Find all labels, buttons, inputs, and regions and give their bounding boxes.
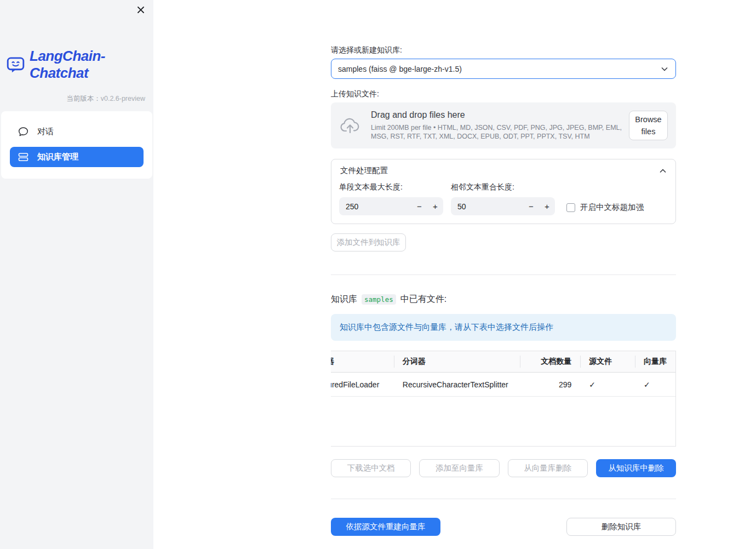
col-header-loader[interactable]: 文档加载器 [331, 351, 394, 372]
overlap-size-value[interactable]: 50 [451, 202, 523, 211]
col-header-docs-count[interactable]: 文档数量 [520, 351, 580, 372]
main-panel: 请选择或新建知识库: samples (faiss @ bge-large-zh… [153, 0, 756, 549]
kb-select[interactable]: samples (faiss @ bge-large-zh-v1.5) [331, 59, 676, 79]
chevron-up-icon [659, 167, 667, 175]
app-window: LangChain-Chatchat 当前版本：v0.2.6-preview 对… [0, 0, 756, 549]
kb-files-table[interactable]: 文档加载器 分词器 文档数量 源文件 向量库 UnstructuredFileL… [331, 351, 676, 447]
divider [331, 499, 676, 499]
col-header-source-file[interactable]: 源文件 [580, 351, 635, 372]
file-uploader-dropzone[interactable]: Drag and drop files here Limit 200MB per… [331, 102, 676, 148]
kb-files-suffix: 中已有文件: [400, 294, 446, 305]
file-config-expander-header[interactable]: 文件处理配置 [331, 159, 675, 180]
overlap-size-input[interactable]: 50 − + [451, 197, 555, 215]
chunk-size-label: 单段文本最大长度: [339, 182, 443, 192]
cell-docs-count: 299 [520, 373, 580, 396]
cell-source-file-check: ✓ [580, 373, 635, 396]
table-header-row: 文档加载器 分词器 文档数量 源文件 向量库 [331, 351, 675, 373]
file-config-body: 单段文本最大长度: 250 − + 相邻文本重合长度: 50 − + [331, 180, 675, 224]
overlap-size-decrement-button[interactable]: − [523, 202, 539, 211]
sidebar: LangChain-Chatchat 当前版本：v0.2.6-preview 对… [0, 0, 153, 549]
divider [331, 274, 676, 275]
zh-title-enhance-label: 开启中文标题加强 [580, 202, 644, 213]
info-alert: 知识库中包含源文件与向量库，请从下表中选择文件后操作 [331, 314, 676, 341]
chunk-size-increment-button[interactable]: + [427, 202, 443, 211]
chevron-down-icon [660, 65, 669, 73]
kb-select-value: samples (faiss @ bge-large-zh-v1.5) [338, 65, 660, 73]
chatchat-logo-icon [7, 56, 25, 74]
version-line: 当前版本：v0.2.6-preview [0, 94, 145, 104]
browse-files-button[interactable]: Browse files [629, 111, 668, 140]
add-to-vector-store-button[interactable]: 添加至向量库 [419, 459, 499, 477]
app-logo-text: LangChain-Chatchat [30, 48, 153, 82]
chunk-size-field: 单段文本最大长度: 250 − + [339, 182, 443, 215]
info-alert-text: 知识库中包含源文件与向量库，请从下表中选择文件后操作 [340, 322, 553, 331]
chunk-size-decrement-button[interactable]: − [411, 202, 427, 211]
delete-kb-button[interactable]: 删除知识库 [566, 518, 676, 536]
kb-list-icon [18, 151, 29, 163]
sidebar-close-icon[interactable] [135, 4, 146, 15]
chunk-size-input[interactable]: 250 − + [339, 197, 443, 215]
uploader-texts: Drag and drop files here Limit 200MB per… [371, 110, 629, 141]
kb-select-label: 请选择或新建知识库: [331, 46, 676, 54]
overlap-size-field: 相邻文本重合长度: 50 − + [451, 182, 555, 215]
app-logo: LangChain-Chatchat [7, 48, 153, 82]
file-config-title: 文件处理配置 [340, 165, 388, 176]
delete-from-kb-button[interactable]: 从知识库中删除 [596, 459, 676, 477]
table-action-buttons: 下载选中文档 添加至向量库 从向量库删除 从知识库中删除 [331, 459, 676, 477]
sidebar-item-dialogue[interactable]: 对话 [10, 122, 144, 142]
chat-bubble-icon [18, 126, 29, 138]
uploader-title: Drag and drop files here [371, 110, 623, 120]
version-label: 当前版本： [66, 95, 101, 102]
sidebar-item-label: 知识库管理 [37, 152, 78, 162]
cell-vector-store-check: ✓ [635, 373, 675, 396]
version-value: v0.2.6-preview [101, 95, 145, 102]
rebuild-vector-store-button[interactable]: 依据源文件重建向量库 [331, 518, 440, 536]
cell-loader: UnstructuredFileLoader [331, 373, 394, 396]
cell-splitter: RecursiveCharacterTextSplitter [394, 373, 520, 396]
file-config-expander: 文件处理配置 单段文本最大长度: 250 − + [331, 159, 676, 224]
col-header-vector-store[interactable]: 向量库 [635, 351, 675, 372]
kb-files-heading: 知识库 samples 中已有文件: [331, 294, 676, 305]
overlap-size-increment-button[interactable]: + [539, 202, 555, 211]
sidebar-item-kb-management[interactable]: 知识库管理 [10, 147, 144, 167]
kb-action-buttons: 依据源文件重建向量库 删除知识库 [331, 518, 676, 536]
sidebar-item-label: 对话 [37, 127, 54, 137]
table-row[interactable]: UnstructuredFileLoader RecursiveCharacte… [331, 373, 675, 397]
delete-from-vector-store-button[interactable]: 从向量库删除 [508, 459, 588, 477]
sidebar-menu: 对话 知识库管理 [1, 111, 152, 179]
chunk-size-value[interactable]: 250 [339, 202, 411, 211]
upload-label: 上传知识文件: [331, 90, 676, 98]
zh-title-enhance-field: 开启中文标题加强 [563, 199, 667, 215]
add-files-to-kb-button[interactable]: 添加文件到知识库 [331, 233, 406, 251]
col-header-splitter[interactable]: 分词器 [394, 351, 520, 372]
content-column: 请选择或新建知识库: samples (faiss @ bge-large-zh… [331, 0, 676, 536]
zh-title-enhance-checkbox[interactable] [566, 203, 575, 212]
overlap-size-label: 相邻文本重合长度: [451, 182, 555, 192]
cloud-upload-icon [339, 117, 362, 134]
uploader-limit-text: Limit 200MB per file • HTML, MD, JSON, C… [371, 123, 623, 141]
kb-files-prefix: 知识库 [331, 294, 357, 305]
kb-name-code: samples [362, 294, 396, 305]
download-selected-docs-button[interactable]: 下载选中文档 [331, 459, 411, 477]
